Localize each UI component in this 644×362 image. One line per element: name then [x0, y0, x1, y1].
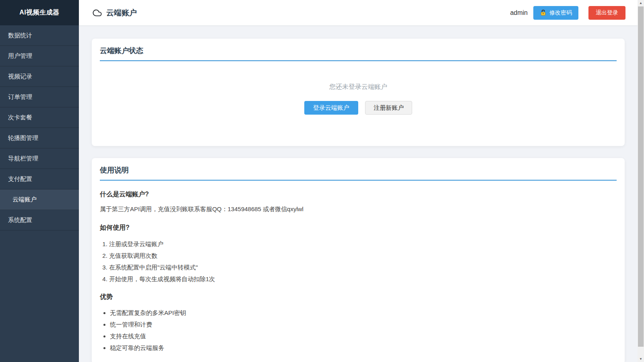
- usage-instructions-card: 使用说明 什么是云端账户? 属于第三方API调用，充值没到账联系客服QQ：134…: [92, 158, 625, 362]
- status-card-title: 云端账户状态: [100, 46, 617, 61]
- usage-card-title: 使用说明: [100, 165, 617, 181]
- sidebar: AI视频生成器 数据统计 用户管理 视频记录 订单管理 次卡套餐 轮播图管理 导…: [0, 0, 79, 362]
- sidebar-item-payment-config[interactable]: 支付配置: [0, 169, 79, 189]
- page-scrollbar[interactable]: ▲ ▼: [638, 0, 644, 362]
- topbar: 云端账户 admin 修改密码 退出登录: [79, 0, 638, 26]
- login-cloud-account-button[interactable]: 登录云端账户: [304, 101, 358, 115]
- cloud-icon: [92, 8, 103, 17]
- sidebar-item-navbar-management[interactable]: 导航栏管理: [0, 148, 79, 169]
- sidebar-item-user-management[interactable]: 用户管理: [0, 46, 79, 66]
- topbar-actions: admin 修改密码 退出登录: [510, 6, 625, 20]
- main-area: 云端账户 admin 修改密码 退出登录 云端账户状态 您还未登录: [79, 0, 638, 362]
- status-block: 您还未登录云端账户 登录云端账户 注册新账户: [100, 61, 617, 138]
- sidebar-item-cloud-account[interactable]: 云端账户: [0, 189, 79, 210]
- usage-step: 开始使用，每次生成视频将自动扣除1次: [109, 275, 617, 283]
- scrollbar-thumb[interactable]: [638, 6, 644, 347]
- usage-step: 注册或登录云端账户: [109, 240, 617, 248]
- sidebar-item-data-statistics[interactable]: 数据统计: [0, 25, 79, 46]
- scrollbar-down-arrow[interactable]: ▼: [638, 356, 644, 362]
- usage-steps-list: 注册或登录云端账户 充值获取调用次数 在系统配置中启用"云端中转模式" 开始使用…: [100, 240, 617, 283]
- benefits-list: 无需配置复杂的多米API密钥 统一管理和计费 支持在线充值 稳定可靠的云端服务: [100, 309, 617, 352]
- what-is-heading: 什么是云端账户?: [100, 190, 617, 199]
- sidebar-item-carousel-management[interactable]: 轮播图管理: [0, 128, 79, 148]
- sidebar-item-video-records[interactable]: 视频记录: [0, 66, 79, 87]
- logout-button[interactable]: 退出登录: [588, 6, 625, 20]
- scrollbar-up-arrow[interactable]: ▲: [638, 0, 644, 6]
- cloud-account-status-card: 云端账户状态 您还未登录云端账户 登录云端账户 注册新账户: [92, 39, 625, 146]
- not-logged-in-hint: 您还未登录云端账户: [100, 83, 617, 91]
- benefit-item: 支持在线充值: [110, 332, 617, 340]
- topbar-title-group: 云端账户: [92, 8, 137, 18]
- register-account-button[interactable]: 注册新账户: [365, 101, 412, 115]
- benefits-heading: 优势: [100, 293, 617, 301]
- content: 云端账户状态 您还未登录云端账户 登录云端账户 注册新账户 使用说明 什么是云端…: [79, 26, 638, 362]
- page-title: 云端账户: [106, 8, 137, 18]
- usage-step: 充值获取调用次数: [109, 251, 617, 260]
- benefit-item: 稳定可靠的云端服务: [110, 344, 617, 352]
- username-label: admin: [510, 9, 528, 16]
- sidebar-item-system-config[interactable]: 系统配置: [0, 210, 79, 230]
- benefit-item: 统一管理和计费: [110, 321, 617, 329]
- usage-step: 在系统配置中启用"云端中转模式": [109, 263, 617, 272]
- sidebar-item-card-packages[interactable]: 次卡套餐: [0, 107, 79, 128]
- lock-icon: [540, 9, 547, 16]
- change-password-button[interactable]: 修改密码: [533, 6, 578, 20]
- what-is-text: 属于第三方API调用，充值没到账联系客服QQ：1345948685 或者微信qx…: [100, 205, 617, 214]
- how-to-heading: 如何使用?: [100, 224, 617, 232]
- sidebar-item-order-management[interactable]: 订单管理: [0, 87, 79, 107]
- benefit-item: 无需配置复杂的多米API密钥: [110, 309, 617, 317]
- app-title: AI视频生成器: [0, 0, 79, 25]
- change-password-label: 修改密码: [549, 9, 572, 16]
